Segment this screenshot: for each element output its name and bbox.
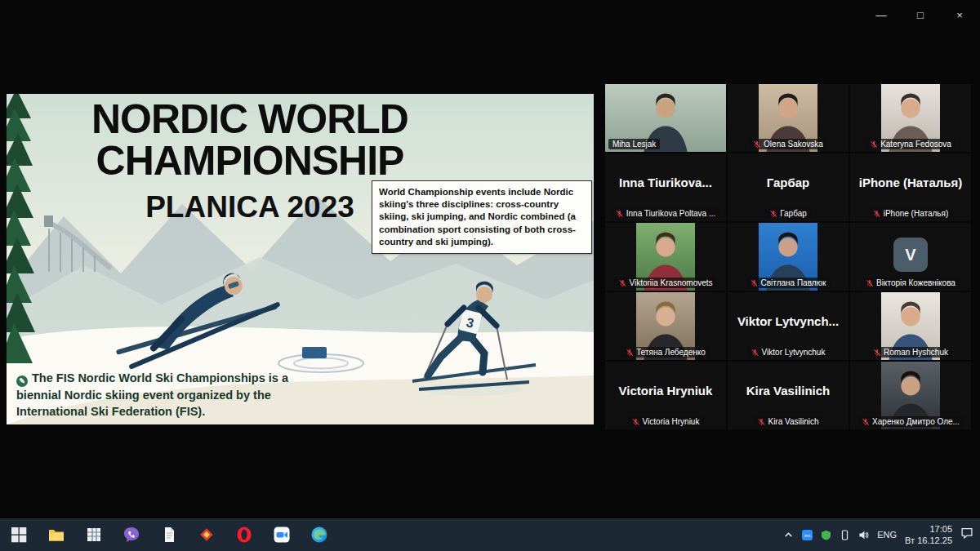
mic-muted-icon <box>873 349 881 357</box>
participant-label-text: Kira Vasilinich <box>768 417 818 426</box>
zoom-tray-icon[interactable]: zm <box>802 530 813 540</box>
restore-button[interactable]: □ <box>906 5 934 24</box>
zoom-icon[interactable] <box>271 524 292 545</box>
slide-footer-text: The FIS Nordic World Ski Championships i… <box>16 371 288 418</box>
participant-label-text: Харенко Дмитро Оле... <box>872 417 960 426</box>
participant-label: Гарбар <box>765 208 811 219</box>
mic-muted-icon <box>753 140 761 149</box>
participant-tile[interactable]: Харенко Дмитро Оле... <box>850 362 971 429</box>
participant-label-text: Inna Tiurikova Poltava ... <box>626 209 716 218</box>
chevron-up-icon[interactable] <box>783 530 794 540</box>
participant-tile[interactable]: Victoria HryniukVictoria Hryniuk <box>605 362 726 429</box>
participant-tile[interactable]: Olena Sakovska <box>728 84 849 152</box>
mic-muted-icon <box>751 349 760 357</box>
slide-footer: The FIS Nordic World Ski Championships i… <box>16 370 302 420</box>
participant-label: Kira Vasilinich <box>753 416 822 427</box>
file-explorer-icon[interactable] <box>46 524 67 545</box>
participant-name-large: Inna Tiurikova... <box>608 176 723 189</box>
participant-tile[interactable]: ГарбарГарбар <box>728 153 849 221</box>
participant-label: Вікторія Кожевнікова <box>862 278 960 288</box>
participant-label: Kateryna Fedosova <box>866 139 956 149</box>
taskbar: zm ENG 17:05 Вт 16.12.25 <box>0 518 980 551</box>
mic-muted-icon <box>870 140 878 149</box>
participant-label: Victoria Hryniuk <box>628 416 704 427</box>
participant-tile[interactable]: Miha Lesjak <box>605 84 726 152</box>
taskbar-apps <box>0 524 330 545</box>
participant-label: Світлана Павлюк <box>746 278 831 288</box>
slide-title-line2: CHAMPIONSHIP <box>24 140 475 182</box>
slide-callout: World Championship events include Nordic… <box>372 180 592 254</box>
participant-label: Viktoriia Krasnomovets <box>614 278 716 288</box>
action-center-icon[interactable] <box>960 527 973 543</box>
opera-icon[interactable] <box>234 524 255 545</box>
mic-muted-icon <box>757 418 765 426</box>
participant-tile[interactable]: Kateryna Fedosova <box>850 84 971 152</box>
start-icon[interactable] <box>8 524 29 545</box>
participant-tile[interactable]: VВікторія Кожевнікова <box>850 223 971 291</box>
svg-text:zm: zm <box>804 533 811 538</box>
shield-icon[interactable] <box>821 530 831 540</box>
participant-name-large: Гарбар <box>731 176 845 189</box>
participant-tile[interactable]: Kira VasilinichKira Vasilinich <box>728 362 849 429</box>
participant-label-text: Olena Sakovska <box>764 140 823 149</box>
phone-icon[interactable] <box>840 530 850 540</box>
mic-muted-icon <box>626 349 634 357</box>
participant-name-large: Kira Vasilinich <box>731 384 845 398</box>
participants-grid: Miha LesjakOlena SakovskaKateryna Fedoso… <box>605 84 973 429</box>
mic-muted-icon <box>862 418 870 426</box>
participant-label: Viktor Lytvynchuk <box>747 347 830 358</box>
mic-muted-icon <box>632 418 640 426</box>
participant-label: Inna Tiurikova Poltava ... <box>612 208 720 219</box>
clock-time: 17:05 <box>905 523 952 535</box>
mic-muted-icon <box>618 279 626 287</box>
participant-tile[interactable]: iPhone (Наталья)iPhone (Наталья) <box>850 153 971 221</box>
participant-label-text: Roman Hyshchuk <box>884 348 948 357</box>
participant-label: Тетяна Лебеденко <box>621 347 710 358</box>
shared-screen-slide: 3 NORDIC WORLD CHAMPIONSHIP PLANICA 2023… <box>7 94 594 424</box>
system-tray: zm ENG 17:05 Вт 16.12.25 <box>783 523 980 547</box>
participant-label-text: Victoria Hryniuk <box>643 417 700 426</box>
participant-tile[interactable]: Viktoriia Krasnomovets <box>605 223 726 291</box>
grid-app-icon[interactable] <box>83 524 105 545</box>
participant-label-text: Viktoriia Krasnomovets <box>629 278 712 287</box>
participant-name-large: Viktor Lytvynch... <box>731 314 845 328</box>
clock[interactable]: 17:05 Вт 16.12.25 <box>905 523 952 547</box>
participant-label: Miha Lesjak <box>608 139 660 149</box>
language-indicator[interactable]: ENG <box>877 530 897 540</box>
diamond-app-icon[interactable] <box>196 524 217 545</box>
participant-tile[interactable]: Тетяна Лебеденко <box>605 292 726 360</box>
slide-title: NORDIC WORLD CHAMPIONSHIP <box>24 99 475 182</box>
mic-muted-icon <box>751 279 759 287</box>
participant-tile[interactable]: Світлана Павлюк <box>728 223 849 291</box>
participant-label-text: Вікторія Кожевнікова <box>876 278 956 287</box>
participant-label-text: iPhone (Наталья) <box>884 209 949 218</box>
note-icon <box>16 375 28 387</box>
minimize-button[interactable]: — <box>867 5 895 24</box>
volume-icon[interactable] <box>858 530 869 540</box>
participant-label: Харенко Дмитро Оле... <box>858 416 964 427</box>
participant-label-text: Тетяна Лебеденко <box>636 348 706 357</box>
participant-label-text: Viktor Lytvynchuk <box>762 348 826 357</box>
participant-label: iPhone (Наталья) <box>869 208 953 219</box>
mic-muted-icon <box>769 210 777 218</box>
mic-muted-icon <box>873 210 881 218</box>
participant-label-text: Kateryna Fedosova <box>880 140 951 149</box>
document-app-icon[interactable] <box>158 524 180 545</box>
viber-icon[interactable] <box>121 524 142 545</box>
participant-tile[interactable]: Viktor Lytvynch...Viktor Lytvynchuk <box>728 292 849 360</box>
participant-label: Olena Sakovska <box>749 139 827 149</box>
participant-label-text: Гарбар <box>780 209 807 218</box>
participant-tile[interactable]: Inna Tiurikova...Inna Tiurikova Poltava … <box>605 153 726 221</box>
window-controls: — □ × <box>867 5 973 24</box>
clock-date: Вт 16.12.25 <box>905 535 952 546</box>
slide-title-line1: NORDIC WORLD <box>24 99 475 140</box>
close-button[interactable]: × <box>946 5 973 24</box>
participant-avatar: V <box>893 238 928 272</box>
edge-icon[interactable] <box>309 524 330 545</box>
participant-name-large: Victoria Hryniuk <box>608 384 723 398</box>
participant-label-text: Miha Lesjak <box>612 140 656 149</box>
participant-label-text: Світлана Павлюк <box>761 278 826 287</box>
participant-label: Roman Hyshchuk <box>869 347 952 358</box>
participant-tile[interactable]: Roman Hyshchuk <box>850 292 971 360</box>
mic-muted-icon <box>866 279 874 287</box>
